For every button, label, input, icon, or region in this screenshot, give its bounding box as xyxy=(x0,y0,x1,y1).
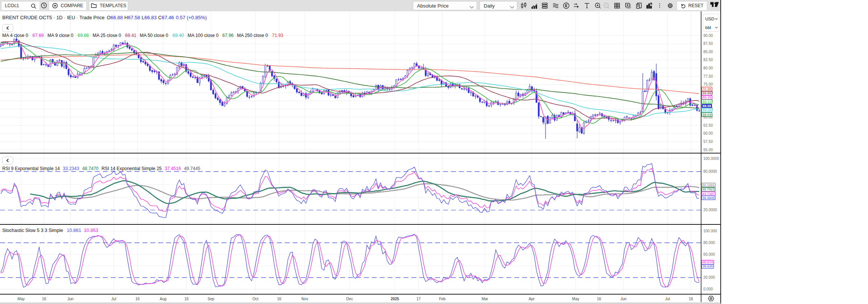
svg-text:67.96: 67.96 xyxy=(222,33,234,38)
svg-text:69.41: 69.41 xyxy=(125,33,136,38)
svg-text:MA 4 close 0: MA 4 close 0 xyxy=(2,33,28,38)
svg-text:16: 16 xyxy=(184,297,189,301)
svg-text:87.50: 87.50 xyxy=(703,41,713,46)
svg-text:MA 9 close 0: MA 9 close 0 xyxy=(47,33,73,38)
svg-text:16: 16 xyxy=(42,297,46,301)
svg-text:Sep: Sep xyxy=(208,297,214,301)
svg-text:85.00: 85.00 xyxy=(703,50,713,54)
svg-text:Feb: Feb xyxy=(439,297,446,301)
svg-text:68.04: 68.04 xyxy=(703,113,711,117)
svg-text:80.00: 80.00 xyxy=(703,66,713,70)
svg-text:0.000: 0.000 xyxy=(703,287,713,291)
svg-text:71.93: 71.93 xyxy=(272,33,283,38)
svg-text:100.000: 100.000 xyxy=(703,229,717,233)
svg-text:39.626: 39.626 xyxy=(703,264,713,268)
svg-text:75.00: 75.00 xyxy=(703,82,713,86)
svg-text:16: 16 xyxy=(277,297,281,301)
svg-text:68.59: 68.59 xyxy=(703,104,711,108)
svg-text:Mar: Mar xyxy=(481,297,488,301)
svg-text:60.00: 60.00 xyxy=(703,131,713,135)
svg-text:20.0000: 20.0000 xyxy=(703,208,717,212)
svg-text:Dec: Dec xyxy=(346,297,353,301)
svg-text:Oct: Oct xyxy=(252,297,258,301)
svg-text:55.00: 55.00 xyxy=(703,148,713,152)
svg-text:69.15: 69.15 xyxy=(703,95,711,99)
svg-text:90.00: 90.00 xyxy=(703,34,713,38)
svg-text:Jun: Jun xyxy=(620,297,627,301)
svg-text:57.50: 57.50 xyxy=(703,140,713,144)
svg-text:16: 16 xyxy=(689,297,693,301)
svg-text:Aug: Aug xyxy=(160,297,167,301)
svg-text:62.50: 62.50 xyxy=(703,123,713,127)
svg-text:69.40: 69.40 xyxy=(173,33,184,38)
svg-text:80.000: 80.000 xyxy=(703,241,715,245)
svg-text:67.69: 67.69 xyxy=(32,33,44,38)
svg-text:Jul: Jul xyxy=(112,297,116,301)
svg-text:Nov: Nov xyxy=(301,297,308,301)
svg-text:68.28: 68.28 xyxy=(703,108,711,112)
svg-text:43.7187: 43.7187 xyxy=(702,192,715,196)
svg-text:Jun: Jun xyxy=(67,297,73,301)
svg-text:60.000: 60.000 xyxy=(703,252,715,256)
svg-text:16: 16 xyxy=(597,297,601,301)
svg-text:100.0000: 100.0000 xyxy=(703,157,719,161)
svg-text:39.4945: 39.4945 xyxy=(702,196,715,200)
svg-text:Stochastic Slow 5 3 3 Simple10: Stochastic Slow 5 3 3 Simple10.86110.853 xyxy=(2,228,98,233)
svg-text:MA 250 close 0: MA 250 close 0 xyxy=(237,33,268,38)
svg-text:RSI 9 Exponential Simple 1433.: RSI 9 Exponential Simple 1433.234348.747… xyxy=(2,166,200,171)
svg-text:MA 50 close 0: MA 50 close 0 xyxy=(140,33,168,38)
svg-text:77.50: 77.50 xyxy=(703,74,713,78)
svg-text:BRENT CRUDE OCT5 · 1D · IEU ·: BRENT CRUDE OCT5 · 1D · IEU · Trade Pric… xyxy=(2,15,207,20)
svg-text:40.674: 40.674 xyxy=(703,260,713,264)
svg-text:69.86: 69.86 xyxy=(78,33,89,38)
svg-text:69.12: 69.12 xyxy=(703,100,711,104)
svg-text:May: May xyxy=(18,297,25,301)
svg-text:82.50: 82.50 xyxy=(703,58,713,62)
svg-text:80.0000: 80.0000 xyxy=(703,169,717,173)
svg-text:May: May xyxy=(572,297,579,301)
svg-text:USD: USD xyxy=(705,17,714,21)
svg-text:50.1691: 50.1691 xyxy=(702,183,715,187)
svg-text:Apr: Apr xyxy=(529,297,535,301)
svg-text:Jul: Jul xyxy=(665,297,670,301)
svg-text:bbl: bbl xyxy=(705,25,711,30)
svg-text:MA 25 close 0: MA 25 close 0 xyxy=(93,33,121,38)
svg-text:17: 17 xyxy=(416,297,421,301)
svg-text:16: 16 xyxy=(135,297,140,301)
svg-text:20.000: 20.000 xyxy=(703,275,715,279)
svg-text:69.89: 69.89 xyxy=(703,91,711,95)
svg-text:49.7923: 49.7923 xyxy=(702,187,715,191)
svg-text:72.38: 72.38 xyxy=(703,87,711,91)
svg-text:MA 100 close 0: MA 100 close 0 xyxy=(188,33,219,38)
svg-text:2025: 2025 xyxy=(391,297,399,301)
